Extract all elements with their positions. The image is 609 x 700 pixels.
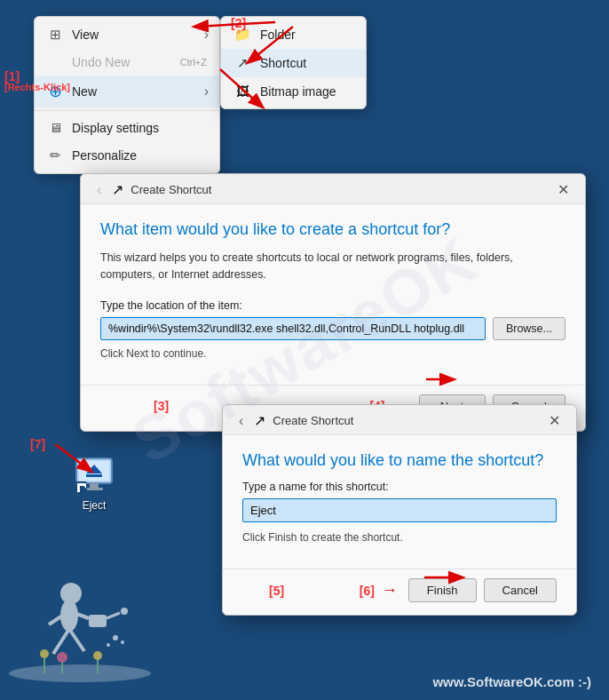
- arrow-6: →: [382, 581, 398, 600]
- submenu-bitmap-label: Bitmap image: [260, 84, 336, 99]
- display-icon: 🖥: [47, 120, 63, 135]
- annotation-6: [6]: [360, 584, 375, 598]
- annotation-5: [5]: [269, 584, 284, 598]
- dialog2-close-btn[interactable]: ✕: [545, 412, 564, 429]
- svg-point-25: [121, 640, 124, 644]
- dialog1-body: What item would you like to create a sho…: [81, 204, 585, 385]
- svg-point-33: [93, 651, 102, 660]
- dialog2-heading: What would you like to name the shortcut…: [242, 451, 557, 470]
- context-menu-display-label: Display settings: [72, 121, 159, 135]
- desktop-icon-label: Eject: [83, 499, 107, 512]
- dialog2-body: What would you like to name the shortcut…: [223, 435, 576, 569]
- submenu-shortcut-label: Shortcut: [260, 56, 306, 70]
- dialog2-title-text: Create Shortcut: [273, 414, 353, 427]
- dialog2-titlebar: ‹ ↗ Create Shortcut ✕: [223, 405, 576, 435]
- context-menu-new-label: New: [72, 84, 97, 99]
- dialog1-hint: Click Next to continue.: [100, 347, 566, 360]
- view-icon: ⊞: [47, 27, 63, 43]
- svg-rect-21: [89, 615, 107, 627]
- context-menu-personalize-label: Personalize: [72, 148, 137, 163]
- context-menu-undo[interactable]: Undo New Ctrl+Z: [35, 49, 219, 76]
- svg-point-16: [60, 600, 78, 632]
- dialog1-title-text: Create Shortcut: [130, 183, 211, 196]
- dialog-create-shortcut-1: ‹ ↗ Create Shortcut ✕ What item would yo…: [80, 173, 586, 432]
- dialog1-titlebar-left: ‹ ↗ Create Shortcut: [93, 181, 211, 198]
- svg-point-31: [57, 652, 67, 663]
- dialog2-cancel-btn[interactable]: Cancel: [484, 578, 557, 602]
- dialog1-location-label: Type the location of the item:: [100, 299, 566, 312]
- website-text: www.SoftwareOK.com :-): [432, 674, 591, 689]
- dialog2-footer: [5] [6] → Finish Cancel: [223, 569, 576, 615]
- svg-point-23: [121, 608, 128, 615]
- svg-line-19: [53, 629, 69, 654]
- undo-shortcut: Ctrl+Z: [180, 57, 207, 68]
- context-menu-undo-label: Undo New: [72, 55, 130, 69]
- svg-point-24: [113, 635, 118, 640]
- svg-point-27: [9, 664, 151, 682]
- dialog1-desc: This wizard helps you to create shortcut…: [100, 250, 566, 283]
- context-menu: ⊞ View Undo New Ctrl+Z ⊕ New 🖥 Display s…: [34, 16, 220, 174]
- annotation-7: [7]: [30, 437, 45, 451]
- annotation-rechts-klick: [Rechts-Klick]: [4, 82, 70, 92]
- dialog2-finish-btn[interactable]: Finish: [408, 578, 477, 602]
- dialog1-back-btn[interactable]: ‹: [93, 182, 105, 198]
- annotation-2: [2]: [231, 16, 246, 30]
- dialog2-hint: Click Finish to create the shortcut.: [242, 531, 557, 544]
- dialog2-back-btn[interactable]: ‹: [235, 413, 247, 429]
- dialog1-input-row: Browse...: [100, 317, 566, 340]
- context-menu-display[interactable]: 🖥 Display settings: [35, 114, 219, 141]
- svg-line-22: [107, 613, 120, 618]
- dialog1-heading: What item would you like to create a sho…: [100, 220, 566, 239]
- svg-rect-10: [90, 483, 99, 488]
- decorative-figure: [0, 522, 222, 700]
- svg-line-20: [69, 629, 84, 651]
- dialog1-browse-btn[interactable]: Browse...: [493, 317, 566, 340]
- eject-icon-svg: [73, 453, 115, 496]
- svg-line-17: [49, 611, 69, 624]
- svg-point-26: [107, 643, 110, 647]
- dialog2-name-input[interactable]: [242, 498, 557, 522]
- dialog2-titlebar-left: ‹ ↗ Create Shortcut: [235, 412, 353, 429]
- bitmap-icon: 🖼: [233, 84, 251, 99]
- svg-rect-9: [86, 474, 102, 477]
- annotation-3: [3]: [154, 399, 169, 413]
- svg-point-29: [40, 649, 49, 658]
- context-menu-view-label: View: [72, 28, 99, 42]
- dialog1-location-input[interactable]: [100, 317, 486, 340]
- dialog-create-shortcut-2: ‹ ↗ Create Shortcut ✕ What would you lik…: [222, 404, 577, 616]
- dialog1-close-btn[interactable]: ✕: [554, 181, 573, 198]
- dialog2-name-label: Type a name for this shortcut:: [242, 481, 557, 493]
- svg-rect-11: [85, 488, 103, 490]
- context-menu-view[interactable]: ⊞ View: [35, 20, 219, 49]
- shortcut-icon: ↗: [233, 55, 251, 71]
- submenu-shortcut[interactable]: ↗ Shortcut: [221, 49, 366, 77]
- svg-point-15: [60, 583, 82, 604]
- submenu-folder-label: Folder: [260, 28, 296, 42]
- svg-line-18: [69, 611, 89, 618]
- dialog1-title-icon: ↗: [112, 181, 123, 198]
- context-menu-personalize[interactable]: ✏ Personalize: [35, 141, 219, 170]
- dialog1-titlebar: ‹ ↗ Create Shortcut ✕: [81, 174, 585, 204]
- personalize-icon: ✏: [47, 147, 63, 163]
- dialog2-title-icon: ↗: [254, 412, 265, 429]
- submenu-bitmap[interactable]: 🖼 Bitmap image: [221, 77, 366, 105]
- desktop-eject-icon: Eject: [73, 453, 115, 512]
